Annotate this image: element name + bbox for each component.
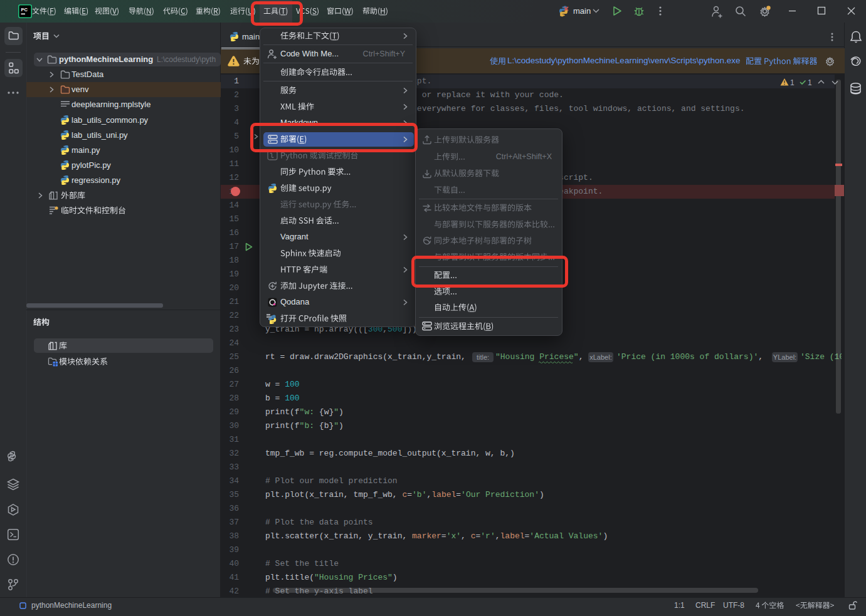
svg-text:1: 1 xyxy=(790,78,795,87)
svg-text:1: 1 xyxy=(808,78,812,87)
svg-text:main: main xyxy=(573,6,591,16)
svg-text:PC: PC xyxy=(21,7,28,13)
